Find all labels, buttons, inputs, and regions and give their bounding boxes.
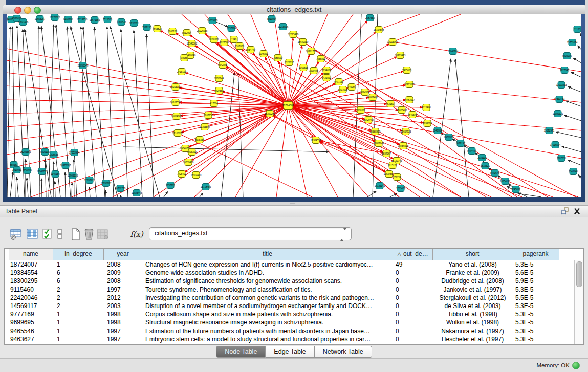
graph-node[interactable]: 2367608: [235, 43, 244, 50]
function-builder-icon[interactable]: f(x): [128, 228, 145, 241]
citation-edge-red[interactable]: [288, 105, 522, 197]
graph-node[interactable]: 1733426: [396, 185, 405, 192]
graph-node[interactable]: 8267150: [204, 112, 213, 119]
graph-node[interactable]: 98965: [181, 55, 188, 61]
graph-node[interactable]: 8958923: [444, 134, 453, 141]
graph-node[interactable]: 16914479: [191, 172, 202, 179]
graph-node[interactable]: 12093823: [556, 82, 567, 89]
graph-node[interactable]: 12905135: [68, 172, 78, 179]
citation-edge-black[interactable]: [518, 193, 541, 197]
graph-node[interactable]: 10654112: [500, 178, 511, 185]
citation-edge-black[interactable]: [120, 195, 121, 197]
graph-node[interactable]: 8678334: [195, 137, 204, 143]
graph-node[interactable]: 12942737: [37, 168, 48, 175]
table-row[interactable]: 911546021997Tourette syndrome. Phenomeno…: [5, 286, 559, 294]
tab-node-table[interactable]: Node Table: [216, 346, 266, 358]
graph-node[interactable]: 7955812: [316, 56, 325, 62]
scrollbar-thumb[interactable]: [576, 261, 582, 287]
graph-node[interactable]: 16154808: [374, 27, 384, 33]
graph-node[interactable]: 2935114: [477, 155, 487, 161]
tab-network-table[interactable]: Network Table: [315, 346, 372, 358]
table-settings-icon[interactable]: [9, 228, 23, 241]
graph-node[interactable]: 7886322: [356, 107, 365, 114]
graph-node[interactable]: 19654923: [401, 128, 411, 135]
graph-node[interactable]: 10719155: [77, 16, 88, 23]
graph-node[interactable]: 16107553: [170, 99, 181, 106]
graph-node[interactable]: 25206555: [20, 149, 31, 156]
graph-node[interactable]: 3919931: [12, 167, 21, 173]
graph-node[interactable]: 16782759: [115, 185, 126, 192]
graph-node[interactable]: 16033809: [207, 17, 218, 24]
tab-edge-table[interactable]: Edge Table: [266, 346, 314, 358]
graph-node[interactable]: 16671355: [90, 17, 100, 24]
graph-node[interactable]: 7588520: [273, 55, 282, 61]
graph-node[interactable]: 17957223: [84, 177, 95, 184]
citation-edge-black[interactable]: [53, 162, 54, 197]
graph-node[interactable]: 9777169: [334, 79, 343, 85]
column-header-year[interactable]: year: [104, 249, 142, 260]
graph-node[interactable]: 252254: [393, 174, 401, 181]
citation-edge-black[interactable]: [581, 33, 581, 36]
citation-edge-red[interactable]: [7, 105, 288, 169]
graph-node[interactable]: 1206535: [49, 151, 58, 158]
graph-node[interactable]: 2803144: [214, 75, 224, 82]
table-row[interactable]: 946554611997Estimation of the future num…: [5, 327, 559, 335]
graph-node[interactable]: 7519155: [142, 24, 151, 31]
graph-node[interactable]: 10973493: [395, 52, 406, 59]
graph-node[interactable]: 9829996: [562, 53, 572, 59]
graph-node[interactable]: 9242848: [218, 62, 227, 69]
table-row[interactable]: 1830029562008Estimation of significance …: [5, 277, 559, 285]
graph-node[interactable]: 1640954: [433, 127, 442, 134]
graph-node[interactable]: 15751074: [567, 39, 578, 46]
graph-node[interactable]: 1990448: [309, 68, 318, 74]
citation-edge-black[interactable]: [55, 181, 55, 197]
citation-edge-black[interactable]: [105, 190, 106, 197]
citation-edge-black[interactable]: [7, 27, 10, 197]
citation-edge-black[interactable]: [556, 132, 581, 138]
graph-node[interactable]: 10975887: [60, 162, 71, 169]
citation-edge-black[interactable]: [367, 191, 376, 197]
table-vertical-scrollbar[interactable]: [574, 260, 583, 344]
citation-edge-black[interactable]: [562, 146, 581, 152]
citation-edge-red[interactable]: [288, 20, 367, 105]
cell-editor-icon[interactable]: [53, 228, 67, 241]
graph-node[interactable]: 7832621: [481, 163, 490, 169]
graph-node[interactable]: 8466160: [63, 16, 73, 23]
graph-node[interactable]: 9146821: [259, 51, 268, 57]
graph-node[interactable]: 7515526: [103, 16, 112, 23]
table-row[interactable]: 977716911998Corpus callosum shape and si…: [5, 310, 559, 318]
graph-node[interactable]: 12213389: [170, 84, 181, 91]
graph-node[interactable]: 7663822: [153, 26, 162, 32]
citation-edge-black[interactable]: [121, 29, 128, 197]
citation-edge-black[interactable]: [455, 59, 469, 197]
graph-node[interactable]: 9699695: [423, 120, 432, 127]
graph-node[interactable]: 1145154: [51, 171, 60, 178]
delete-table-icon[interactable]: [82, 228, 96, 241]
citation-edge-black[interactable]: [568, 160, 581, 165]
graph-node[interactable]: 8912994: [182, 30, 191, 36]
graph-node[interactable]: 10025488: [397, 107, 407, 114]
table-row[interactable]: 2242004622012Investigating the contribut…: [5, 294, 559, 302]
citation-edge-black[interactable]: [573, 58, 581, 63]
graph-node[interactable]: 6679197: [456, 140, 465, 147]
graph-node[interactable]: 1615152: [388, 162, 397, 169]
citation-edge-black[interactable]: [568, 87, 581, 92]
graph-node[interactable]: 9827508: [220, 39, 229, 46]
graph-node[interactable]: 12325419: [288, 31, 299, 38]
graph-node[interactable]: 1362615: [299, 64, 308, 71]
graph-node[interactable]: 10653287: [35, 16, 46, 23]
citation-edge-black[interactable]: [200, 193, 203, 197]
graph-node[interactable]: 11123: [574, 26, 581, 33]
graph-node[interactable]: 746266: [347, 84, 356, 91]
citation-edge-black[interactable]: [578, 175, 581, 179]
citation-edge-red[interactable]: [7, 105, 288, 155]
graph-node[interactable]: 9657771: [166, 182, 175, 189]
float-panel-icon[interactable]: [560, 207, 570, 215]
graph-node[interactable]: 9427552: [214, 87, 224, 94]
citation-edge-red[interactable]: [239, 46, 486, 197]
graph-node[interactable]: 2718129: [177, 69, 186, 75]
graph-node[interactable]: 15276022: [50, 14, 60, 21]
citation-edge-black[interactable]: [94, 27, 105, 197]
citation-edge-red[interactable]: [288, 105, 578, 197]
column-header-pagerank[interactable]: pagerank: [512, 249, 559, 260]
